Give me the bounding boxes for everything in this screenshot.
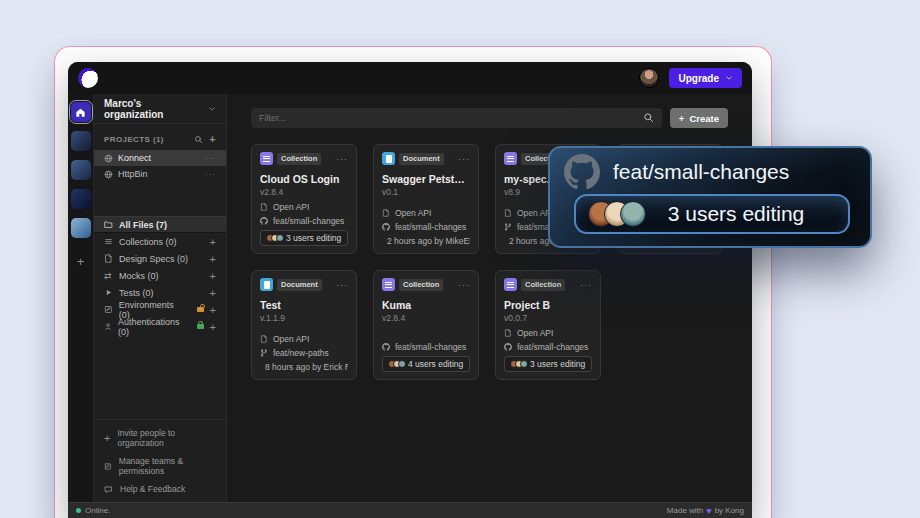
users-editing-pill: 3 users editing [504, 356, 592, 372]
card-menu-button[interactable]: ··· [458, 280, 470, 290]
collection-icon [260, 152, 273, 165]
filter-label: Authentications (0) [118, 317, 185, 337]
project-label: HttpBin [118, 169, 148, 179]
github-icon [260, 217, 268, 225]
sidebar-item-collections[interactable]: Collections (0) + [94, 233, 226, 250]
search-icon[interactable] [194, 135, 203, 144]
sidebar-item-tests[interactable]: Tests (0) + [94, 284, 226, 301]
sidebar-item-mocks[interactable]: ⇄ Mocks (0) + [94, 267, 226, 284]
projects-section-header: PROJECTS (1) + [94, 124, 226, 150]
help-feedback-link[interactable]: Help & Feedback [104, 484, 216, 494]
app-topbar: Upgrade [68, 62, 752, 94]
card-cloud-os-login[interactable]: Collection ··· Cloud OS Login v2.8.4 Ope… [251, 144, 357, 254]
upgrade-button[interactable]: Upgrade [669, 68, 742, 88]
add-mock-button[interactable]: + [210, 270, 216, 282]
callout-branch-label: feat/small-changes [613, 160, 789, 184]
card-menu-button[interactable]: ··· [336, 280, 348, 290]
card-menu-button[interactable]: ··· [458, 154, 470, 164]
organization-switcher[interactable]: Marco's organization [94, 94, 226, 124]
filter-label: Collections (0) [119, 237, 177, 247]
document-badge-icon [260, 278, 273, 291]
users-editing-pill: 3 users editing [260, 230, 348, 246]
add-project-button[interactable]: + [209, 133, 216, 145]
editor-avatars [510, 360, 525, 368]
sidebar-item-design-specs[interactable]: Design Specs (0) + [94, 250, 226, 267]
github-icon [382, 223, 390, 231]
card-menu-button[interactable]: ··· [580, 280, 592, 290]
search-icon [643, 112, 654, 123]
unlocked-icon [197, 307, 204, 312]
card-spec-type: Open API [395, 208, 431, 218]
made-with-credit: Made with ♥ by Kong [667, 506, 744, 516]
heart-icon: ♥ [706, 506, 711, 516]
rail-org-avatar-2[interactable] [71, 160, 91, 180]
organization-rail: + [68, 94, 94, 502]
chat-icon [104, 485, 113, 494]
card-test[interactable]: Document ··· Test v.1.1.9 Open API feat/… [251, 270, 357, 380]
card-type-badge: Collection [521, 279, 565, 291]
insomnia-app-window: Upgrade + Marco's organization [68, 62, 752, 518]
sidebar-item-environments[interactable]: Environments (0) + [94, 301, 226, 318]
project-menu-button[interactable]: ··· [205, 170, 216, 179]
card-branch: feat/small-changes [517, 342, 588, 352]
add-design-spec-button[interactable]: + [210, 253, 216, 265]
sidebar-item-authentications[interactable]: Authentications (0) + [94, 318, 226, 335]
callout-users-editing-label: 3 users editing [636, 202, 836, 226]
card-title: Swagger Petstore 1.0.5 [382, 173, 470, 185]
create-button[interactable]: + Create [670, 108, 728, 128]
card-spec-type: Open API [517, 328, 553, 338]
card-type-badge: Collection [399, 279, 443, 291]
rail-org-avatar-1[interactable] [71, 131, 91, 151]
card-version: v0.0.7 [504, 313, 592, 323]
filter-input[interactable] [251, 108, 662, 128]
footer-label: Invite people to organization [117, 428, 216, 448]
card-version: v.1.1.9 [260, 313, 348, 323]
online-status-icon [76, 508, 81, 513]
github-icon [382, 343, 390, 351]
add-collection-button[interactable]: + [210, 236, 216, 248]
card-kuma[interactable]: Collection ··· Kuma v2.8.4 feat/small-ch… [373, 270, 479, 380]
invite-people-link[interactable]: + Invite people to organization [104, 428, 216, 448]
collection-list-icon [104, 237, 113, 246]
rail-add-organization-button[interactable]: + [71, 251, 91, 271]
card-project-b[interactable]: Collection ··· Project B v0.0.7 Open API… [495, 270, 601, 380]
document-icon [260, 203, 268, 211]
organization-name: Marco's organization [104, 98, 203, 120]
sidebar-item-all-files[interactable]: All Files (7) [94, 216, 226, 233]
manage-teams-link[interactable]: Manage teams & permissions [104, 456, 216, 476]
sidebar-footer: + Invite people to organization Manage t… [94, 419, 226, 502]
rail-home-button[interactable] [71, 102, 91, 122]
rail-org-avatar-4[interactable] [71, 218, 91, 238]
upgrade-label: Upgrade [678, 73, 719, 84]
github-icon [504, 343, 512, 351]
chevron-down-icon [208, 105, 216, 113]
create-label: Create [689, 113, 719, 124]
collection-icon [504, 278, 517, 291]
users-editing-label: 4 users editing [408, 359, 463, 369]
card-swagger-petstore[interactable]: Document ··· Swagger Petstore 1.0.5 v0.1… [373, 144, 479, 254]
card-title: Test [260, 299, 348, 311]
user-avatar[interactable] [639, 68, 659, 88]
projects-header-label: PROJECTS (1) [104, 135, 164, 144]
sidebar: Marco's organization PROJECTS (1) + Konn… [94, 94, 227, 502]
person-icon [104, 322, 112, 331]
users-editing-pill: 4 users editing [382, 356, 470, 372]
add-authentication-button[interactable]: + [210, 321, 216, 333]
document-badge-icon [382, 152, 395, 165]
collection-icon [382, 278, 395, 291]
sidebar-item-konnect[interactable]: Konnect ··· [94, 150, 226, 166]
filter-label: Tests (0) [119, 288, 154, 298]
card-spec-type: Open API [273, 334, 309, 344]
document-icon [504, 209, 512, 217]
card-menu-button[interactable]: ··· [336, 154, 348, 164]
document-icon [104, 254, 113, 263]
plus-icon: + [104, 432, 110, 444]
footer-label: Help & Feedback [120, 484, 185, 494]
add-environment-button[interactable]: + [210, 304, 216, 316]
editor-avatars [266, 234, 281, 242]
sidebar-item-httpbin[interactable]: HttpBin ··· [94, 166, 226, 182]
add-test-button[interactable]: + [210, 287, 216, 299]
rail-org-avatar-3[interactable] [71, 189, 91, 209]
git-branch-icon [260, 349, 268, 357]
project-menu-button[interactable]: ··· [205, 154, 216, 163]
